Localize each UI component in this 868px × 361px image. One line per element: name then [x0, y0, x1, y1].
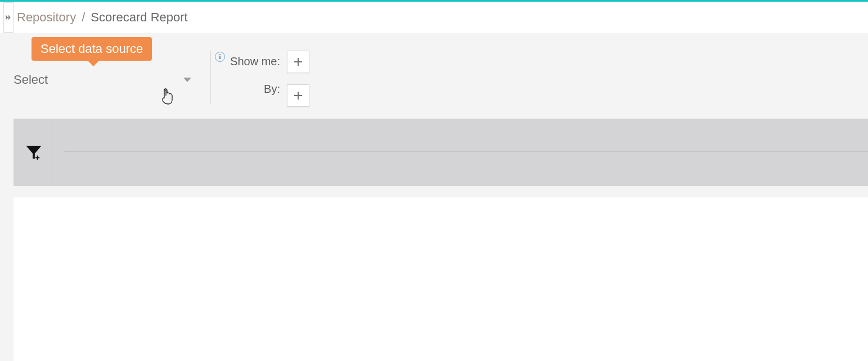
filter-midline — [64, 151, 868, 152]
query-builder-row: Select data source Select i Show me: By: — [14, 37, 868, 110]
tooltip-text: Select data source — [41, 42, 143, 56]
breadcrumb-current: Scorecard Report — [91, 10, 187, 25]
chevron-right-double-icon — [5, 14, 12, 21]
vertical-divider — [210, 51, 211, 105]
query-labels: Show me: By: — [227, 55, 280, 96]
svg-rect-6 — [35, 157, 40, 158]
breadcrumb-separator: / — [82, 10, 85, 25]
breadcrumb: Repository / Scorecard Report — [0, 2, 868, 33]
filter-plus-icon — [25, 144, 42, 161]
datasource-select[interactable]: Select — [14, 70, 194, 90]
datasource-placeholder: Select — [14, 73, 48, 87]
add-filter-button[interactable] — [21, 144, 46, 161]
result-panel — [14, 197, 868, 361]
datasource-tooltip: Select data source — [32, 37, 152, 61]
add-by-button[interactable] — [287, 84, 309, 107]
sidebar-expand-handle[interactable] — [3, 2, 14, 33]
chevron-down-icon — [183, 78, 191, 82]
breadcrumb-root[interactable]: Repository — [17, 10, 76, 25]
filter-divider — [52, 119, 52, 186]
by-label: By: — [264, 83, 280, 96]
show-me-label: Show me: — [230, 55, 280, 68]
add-show-me-button[interactable] — [287, 51, 309, 73]
info-icon[interactable]: i — [215, 52, 225, 62]
plus-icon — [293, 91, 303, 101]
plus-icon — [293, 57, 303, 67]
svg-marker-4 — [26, 146, 41, 159]
filter-bar — [14, 119, 868, 186]
